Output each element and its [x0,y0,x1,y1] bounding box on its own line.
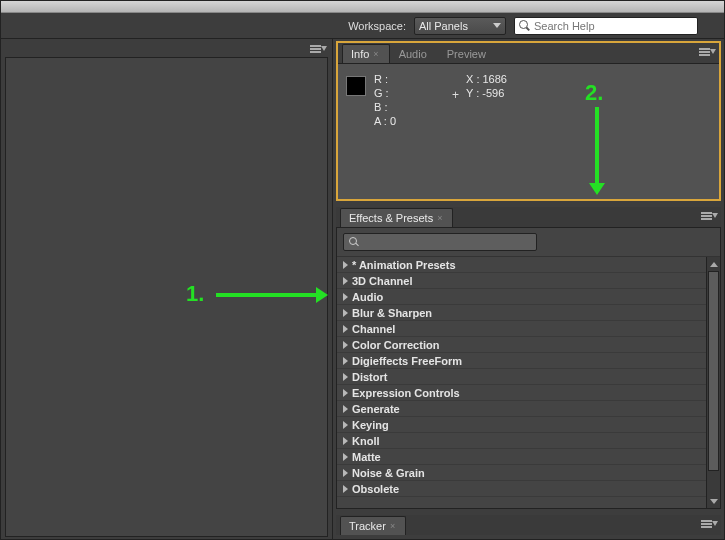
effects-category-label: Expression Controls [352,387,460,399]
effects-category-item[interactable]: Channel [337,321,706,337]
effects-panel-title: Effects & Presets [349,212,433,224]
scroll-down-icon[interactable] [707,494,720,508]
crosshair-icon: + [452,88,459,102]
info-g: G : [374,86,396,100]
panel-menu-icon[interactable] [701,520,715,530]
search-icon [519,20,530,31]
effects-category-label: * Animation Presets [352,259,456,271]
info-panel: Info × Audio Preview R : G : B : A : 0 [336,41,721,201]
right-column: Info × Audio Preview R : G : B : A : 0 [333,39,724,540]
disclosure-triangle-icon[interactable] [343,277,348,285]
effects-category-item[interactable]: Knoll [337,433,706,449]
tab-info[interactable]: Info × [342,44,390,63]
info-a: A : 0 [374,114,396,128]
window-titlebar [1,1,724,13]
close-icon[interactable]: × [373,49,378,59]
tab-tracker[interactable]: Tracker × [340,516,406,535]
disclosure-triangle-icon[interactable] [343,389,348,397]
scroll-thumb[interactable] [708,271,719,471]
effects-tabs-row: Effects & Presets × [336,207,721,227]
disclosure-triangle-icon[interactable] [343,405,348,413]
close-icon[interactable]: × [390,521,395,531]
search-help-input[interactable]: Search Help [514,17,698,35]
effects-category-item[interactable]: Color Correction [337,337,706,353]
effects-category-label: Channel [352,323,395,335]
tracker-title: Tracker [349,520,386,532]
info-r: R : [374,72,396,86]
workspace-label: Workspace: [348,20,406,32]
effects-category-item[interactable]: 3D Channel [337,273,706,289]
workspace-bar: Workspace: All Panels Search Help [1,13,724,39]
effects-category-item[interactable]: Obsolete [337,481,706,497]
tab-effects-presets[interactable]: Effects & Presets × [340,208,453,227]
left-panel [1,39,333,540]
color-swatch [346,76,366,96]
effects-list: * Animation Presets3D ChannelAudioBlur &… [337,257,720,508]
effects-category-item[interactable]: Keying [337,417,706,433]
disclosure-triangle-icon[interactable] [343,453,348,461]
effects-presets-panel: Effects & Presets × * Animation Presets3… [336,207,721,509]
effects-category-label: Knoll [352,435,380,447]
disclosure-triangle-icon[interactable] [343,293,348,301]
effects-category-label: Keying [352,419,389,431]
disclosure-triangle-icon[interactable] [343,261,348,269]
effects-category-label: 3D Channel [352,275,413,287]
disclosure-triangle-icon[interactable] [343,437,348,445]
info-b: B : [374,100,396,114]
effects-category-item[interactable]: Audio [337,289,706,305]
left-panel-body [5,57,328,537]
scroll-up-icon[interactable] [707,257,720,271]
effects-category-label: Color Correction [352,339,439,351]
annotation-arrow-1 [216,293,318,297]
disclosure-triangle-icon[interactable] [343,341,348,349]
disclosure-triangle-icon[interactable] [343,309,348,317]
disclosure-triangle-icon[interactable] [343,485,348,493]
rgba-values: R : G : B : A : 0 [374,72,396,128]
effects-category-item[interactable]: Matte [337,449,706,465]
info-x: X : 1686 [466,72,507,86]
effects-category-item[interactable]: Blur & Sharpen [337,305,706,321]
effects-category-item[interactable]: * Animation Presets [337,257,706,273]
info-panel-body: R : G : B : A : 0 + X : 1686 Y : -596 [338,63,719,199]
tab-audio-label: Audio [399,48,427,60]
disclosure-triangle-icon[interactable] [343,357,348,365]
workspace-dropdown[interactable]: All Panels [414,17,506,35]
tab-preview[interactable]: Preview [438,44,497,63]
workspace-value: All Panels [419,20,468,32]
tab-info-label: Info [351,48,369,60]
xy-values: X : 1686 Y : -596 [466,72,507,100]
annotation-arrow-2 [595,107,599,185]
info-y: Y : -596 [466,86,507,100]
panel-menu-icon[interactable] [310,45,324,55]
search-icon [349,237,359,247]
effects-category-item[interactable]: Distort [337,369,706,385]
disclosure-triangle-icon[interactable] [343,469,348,477]
effects-category-label: Digieffects FreeForm [352,355,462,367]
tracker-panel: Tracker × [336,515,721,539]
effects-search-input[interactable] [343,233,537,251]
effects-category-item[interactable]: Generate [337,401,706,417]
effects-search-row [337,228,720,257]
tab-preview-label: Preview [447,48,486,60]
chevron-down-icon [493,23,501,28]
disclosure-triangle-icon[interactable] [343,373,348,381]
disclosure-triangle-icon[interactable] [343,421,348,429]
effects-category-label: Generate [352,403,400,415]
search-help-placeholder: Search Help [534,20,595,32]
panel-menu-icon[interactable] [699,48,713,58]
scrollbar[interactable] [706,257,720,508]
effects-category-item[interactable]: Digieffects FreeForm [337,353,706,369]
effects-category-label: Obsolete [352,483,399,495]
effects-category-label: Audio [352,291,383,303]
info-tabs-row: Info × Audio Preview [338,43,719,63]
effects-category-item[interactable]: Expression Controls [337,385,706,401]
effects-category-item[interactable]: Noise & Grain [337,465,706,481]
tab-audio[interactable]: Audio [390,44,438,63]
close-icon[interactable]: × [437,213,442,223]
disclosure-triangle-icon[interactable] [343,325,348,333]
effects-category-label: Blur & Sharpen [352,307,432,319]
effects-category-label: Noise & Grain [352,467,425,479]
effects-category-label: Distort [352,371,387,383]
tracker-tabs-row: Tracker × [336,515,721,535]
panel-menu-icon[interactable] [701,212,715,222]
